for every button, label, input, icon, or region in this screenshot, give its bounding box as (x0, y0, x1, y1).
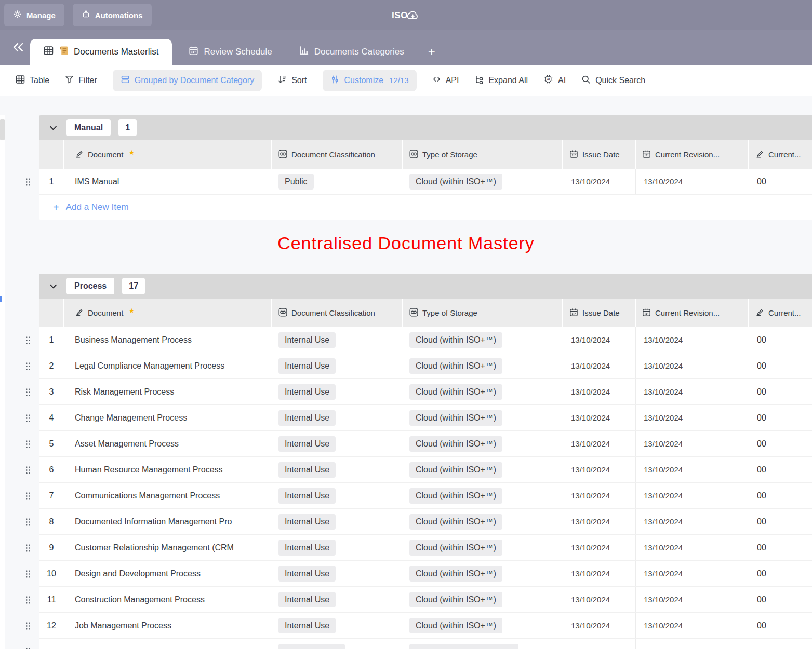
classification-cell[interactable]: Internal Use (272, 613, 403, 638)
storage-cell[interactable]: Cloud (within ISO+™) (403, 327, 563, 353)
issue-date-cell[interactable]: 13/10/2024 (563, 483, 636, 508)
document-cell[interactable]: Construction Management Process (64, 587, 272, 612)
table-row[interactable]: 6 Human Resource Management Process Inte… (39, 457, 812, 483)
issue-date-cell[interactable]: 13/10/2024 (563, 561, 636, 586)
table-row[interactable]: 8 Documented Information Management Pro … (39, 509, 812, 535)
table-row[interactable]: 5 Asset Management Process Internal Use … (39, 431, 812, 457)
issue-date-cell[interactable]: 13/10/2024 (563, 587, 636, 612)
drag-handle-icon[interactable] (25, 492, 31, 501)
current-cell[interactable]: 00 (749, 457, 812, 482)
drag-handle-icon[interactable] (25, 466, 31, 475)
current-cell[interactable]: 00 (749, 535, 812, 560)
drag-handle-icon[interactable] (25, 362, 31, 371)
current-revision-cell[interactable]: 13/10/2024 (636, 483, 749, 508)
current-revision-cell[interactable]: 13/10/2024 (636, 613, 749, 638)
current-cell[interactable]: 00 (749, 587, 812, 612)
issue-date-cell[interactable]: 13/10/2024 (563, 353, 636, 378)
drag-handle-icon[interactable] (25, 336, 31, 345)
storage-cell[interactable]: Cloud (within ISO+™) (403, 483, 563, 508)
expand-all-button[interactable]: Expand All (474, 75, 528, 86)
ai-button[interactable]: AI AI (543, 74, 566, 86)
current-cell[interactable]: 00 (749, 405, 812, 430)
current-cell[interactable]: 00 (749, 353, 812, 378)
drag-handle-icon[interactable] (25, 596, 31, 604)
add-tab-button[interactable]: + (422, 39, 442, 65)
document-cell[interactable]: Communications Management Process (64, 483, 272, 508)
current-revision-cell[interactable]: 13/10/2024 (636, 457, 749, 482)
column-header-current[interactable]: Current... (749, 140, 812, 169)
storage-cell[interactable]: Cloud (within ISO+™) (403, 457, 563, 482)
current-cell[interactable]: 00 (749, 483, 812, 508)
issue-date-cell[interactable]: 13/10/2024 (563, 405, 636, 430)
classification-cell[interactable]: Internal Use (272, 405, 403, 430)
tab-review-schedule[interactable]: Review Schedule (178, 39, 282, 65)
classification-cell[interactable]: Internal Use (272, 535, 403, 560)
tab-documents-masterlist[interactable]: Documents Masterlist (30, 39, 172, 65)
column-header-storage[interactable]: Type of Storage (403, 299, 563, 327)
add-new-item-button[interactable]: + Add a New Item (39, 195, 812, 220)
issue-date-cell[interactable]: 13/10/2024 (563, 327, 636, 353)
document-cell[interactable]: IMS Manual (64, 169, 272, 194)
table-row[interactable]: 1 Business Management Process Internal U… (39, 327, 812, 353)
automations-button[interactable]: Automations (73, 4, 152, 26)
table-row[interactable]: 1 IMS Manual Public Cloud (within ISO+™)… (39, 169, 812, 195)
quick-search-button[interactable]: Quick Search (581, 75, 645, 86)
classification-cell[interactable]: Public (272, 169, 403, 194)
classification-cell[interactable]: Internal Use (272, 457, 403, 482)
issue-date-cell[interactable] (563, 639, 636, 649)
current-cell[interactable]: 00 (749, 431, 812, 456)
sort-button[interactable]: Sort (277, 75, 307, 86)
drag-handle-icon[interactable] (25, 518, 31, 526)
table-row[interactable]: 9 Customer Relationship Management (CRM … (39, 535, 812, 561)
drag-handle-icon[interactable] (25, 178, 31, 186)
customize-button[interactable]: Customize 12/13 (323, 70, 417, 91)
document-cell[interactable]: Business Management Process (64, 327, 272, 353)
issue-date-cell[interactable]: 13/10/2024 (563, 431, 636, 456)
storage-cell[interactable]: Cloud (within ISO+™) (403, 509, 563, 534)
drag-handle-icon[interactable] (25, 621, 31, 630)
column-header-issue-date[interactable]: Issue Date (563, 299, 636, 327)
document-cell[interactable]: Customer Relationship Management (CRM (64, 535, 272, 560)
current-revision-cell[interactable]: 13/10/2024 (636, 561, 749, 586)
document-cell[interactable]: Change Management Process (64, 405, 272, 430)
document-cell[interactable]: Design and Development Process (64, 561, 272, 586)
issue-date-cell[interactable]: 13/10/2024 (563, 613, 636, 638)
collapse-sidebar-icon[interactable] (11, 41, 25, 56)
document-cell[interactable]: Documented Information Management Pro (64, 509, 272, 534)
column-header-current[interactable]: Current... (749, 299, 812, 327)
classification-cell[interactable]: Internal Use (272, 353, 403, 378)
current-cell[interactable]: 00 (749, 379, 812, 404)
drag-handle-icon[interactable] (25, 544, 31, 552)
tab-documents-categories[interactable]: Documents Categories (289, 39, 415, 65)
current-cell[interactable]: 00 (749, 613, 812, 638)
storage-cell[interactable]: Cloud (within ISO+™) (403, 561, 563, 586)
table-row[interactable]: 11 Construction Management Process Inter… (39, 587, 812, 613)
issue-date-cell[interactable]: 13/10/2024 (563, 509, 636, 534)
classification-cell[interactable]: Internal Use (272, 587, 403, 612)
storage-cell[interactable]: Cloud (within ISO+™) (403, 379, 563, 404)
storage-cell[interactable]: Cloud (within ISO+™) (403, 587, 563, 612)
document-cell[interactable]: Legal Compliance Management Process (64, 353, 272, 378)
current-revision-cell[interactable]: 13/10/2024 (636, 405, 749, 430)
classification-cell[interactable]: Internal Use (272, 561, 403, 586)
document-cell[interactable]: Risk Management Process (64, 379, 272, 404)
current-cell[interactable]: 00 (749, 509, 812, 534)
current-cell[interactable] (749, 639, 812, 649)
current-revision-cell[interactable]: 13/10/2024 (636, 535, 749, 560)
column-header-issue-date[interactable]: Issue Date (563, 140, 636, 169)
current-revision-cell[interactable]: 13/10/2024 (636, 431, 749, 456)
classification-cell[interactable]: Internal Use (272, 431, 403, 456)
current-revision-cell[interactable]: 13/10/2024 (636, 353, 749, 378)
group-name-badge[interactable]: Manual (66, 119, 111, 136)
current-revision-cell[interactable]: 13/10/2024 (636, 327, 749, 353)
chevron-down-icon[interactable] (49, 124, 58, 132)
column-header-document[interactable]: Document ★ (64, 299, 272, 327)
manage-button[interactable]: Manage (4, 4, 64, 26)
table-view-button[interactable]: Table (16, 75, 49, 86)
issue-date-cell[interactable]: 13/10/2024 (563, 169, 636, 194)
current-cell[interactable]: 00 (749, 561, 812, 586)
current-cell[interactable]: 00 (749, 169, 812, 194)
current-revision-cell[interactable]: 13/10/2024 (636, 509, 749, 534)
storage-cell[interactable]: Cloud (within ISO+™) (403, 353, 563, 378)
current-revision-cell[interactable]: 13/10/2024 (636, 169, 749, 194)
